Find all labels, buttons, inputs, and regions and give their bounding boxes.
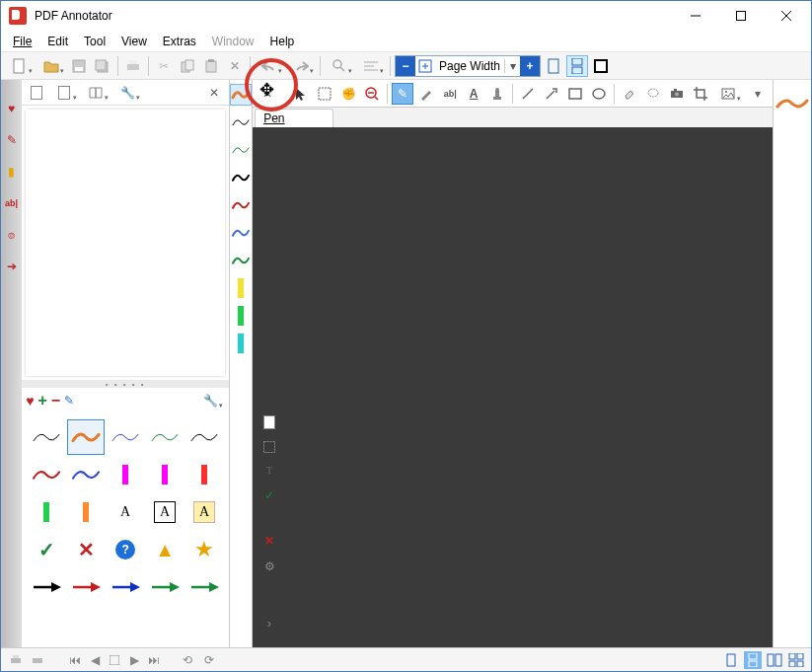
save-all-button[interactable] — [92, 55, 113, 77]
favorite-item[interactable] — [67, 419, 105, 455]
favorite-item[interactable]: ▲ — [146, 532, 184, 567]
page-new-icon[interactable] — [49, 82, 79, 104]
continuous-icon[interactable] — [566, 55, 588, 77]
favorite-item[interactable] — [28, 494, 65, 530]
minimize-button[interactable] — [673, 1, 718, 31]
favorite-item[interactable] — [185, 419, 223, 455]
print-button[interactable] — [122, 55, 144, 77]
save-button[interactable] — [68, 55, 90, 77]
zoom-out-icon[interactable]: − — [396, 56, 415, 76]
open-button[interactable] — [37, 55, 66, 77]
stop-button[interactable] — [106, 651, 123, 669]
document-canvas[interactable] — [253, 127, 773, 647]
page-preview[interactable] — [26, 110, 225, 376]
stamp-icon[interactable]: ⌾ — [3, 226, 21, 244]
favorite-item[interactable]: A — [185, 494, 223, 530]
hand-tool[interactable]: ✊ — [337, 83, 359, 105]
preset-slot[interactable] — [230, 194, 252, 216]
favorite-item[interactable] — [146, 419, 184, 455]
favorite-item[interactable]: A — [146, 494, 184, 530]
cursor-tool[interactable] — [290, 83, 312, 105]
check-icon[interactable]: ✓ — [264, 488, 274, 502]
text-t-icon[interactable]: T — [266, 465, 273, 477]
prev-page-button[interactable]: ◀ — [86, 651, 104, 669]
menu-edit[interactable]: Edit — [39, 33, 76, 50]
favorite-item[interactable] — [185, 569, 223, 605]
view-single-icon[interactable] — [722, 651, 740, 669]
preset-slot[interactable] — [230, 139, 252, 161]
last-page-button[interactable]: ⏭ — [145, 651, 163, 669]
doc-icon[interactable] — [263, 415, 275, 429]
zoom-dropdown-icon[interactable]: ▾ — [504, 59, 520, 73]
crop-tool[interactable] — [690, 83, 711, 105]
menu-tool[interactable]: Tool — [76, 33, 113, 50]
textbox-tool[interactable]: ab| — [439, 83, 461, 105]
line-tool[interactable] — [517, 83, 539, 105]
zoom-combo[interactable]: − Page Width ▾ + — [395, 55, 541, 77]
favorite-item[interactable] — [28, 569, 65, 605]
view-two-cont-icon[interactable] — [787, 651, 805, 669]
panel-close-icon[interactable]: ✕ — [257, 83, 278, 105]
favorites-settings-button[interactable]: 🔧 — [195, 390, 225, 411]
first-page-button[interactable]: ⏮ — [66, 651, 84, 669]
select-tool[interactable] — [314, 83, 335, 105]
view-continuous-icon[interactable] — [744, 651, 762, 669]
single-page-icon[interactable] — [543, 55, 564, 77]
menu-view[interactable]: View — [113, 33, 155, 50]
arrow-tool[interactable] — [541, 83, 562, 105]
edit-favorite-button[interactable]: ✎ — [64, 394, 74, 408]
new-button[interactable] — [5, 55, 35, 77]
page-icon[interactable]: ▮ — [3, 163, 21, 181]
rect-tool[interactable] — [564, 83, 586, 105]
preset-slot[interactable] — [230, 84, 252, 106]
nav-back-button[interactable]: ⟲ — [179, 651, 196, 669]
favorite-item[interactable] — [67, 494, 105, 530]
stamp-tool[interactable] — [486, 83, 508, 105]
maximize-button[interactable] — [718, 1, 764, 31]
preset-slot[interactable] — [230, 222, 252, 244]
remove-favorite-button[interactable]: − — [51, 392, 60, 410]
zoom-in-icon[interactable]: + — [520, 56, 540, 76]
add-favorite-button[interactable]: + — [37, 392, 46, 410]
favorite-item[interactable] — [146, 569, 184, 605]
zoom-out-tool[interactable] — [361, 83, 383, 105]
favorite-item[interactable] — [67, 569, 105, 605]
wrench-icon[interactable]: 🔧 — [112, 82, 142, 104]
favorite-item[interactable] — [28, 419, 65, 455]
x-icon[interactable]: ✕ — [264, 534, 274, 548]
undo-button[interactable] — [255, 55, 284, 77]
arrow-red-icon[interactable]: ➔ — [3, 258, 21, 275]
next-page-button[interactable]: ▶ — [125, 651, 143, 669]
find-button[interactable] — [325, 55, 354, 77]
cut-button[interactable]: ✂ — [153, 55, 175, 77]
lasso-tool[interactable] — [642, 83, 664, 105]
print2-icon[interactable] — [29, 651, 46, 669]
favorite-item[interactable] — [28, 457, 65, 492]
menu-window[interactable]: Window — [204, 33, 262, 50]
copy-button[interactable] — [177, 55, 198, 77]
nav-forward-button[interactable]: ⟳ — [200, 651, 218, 669]
favorite-item[interactable] — [107, 457, 144, 492]
menu-extras[interactable]: Extras — [155, 33, 204, 50]
favorite-item[interactable]: ? — [107, 532, 144, 567]
preset-slot[interactable] — [230, 333, 252, 354]
marker-tool[interactable] — [415, 83, 437, 105]
menu-help[interactable]: Help — [262, 33, 303, 50]
print-icon[interactable] — [7, 651, 25, 669]
image-tool[interactable] — [713, 83, 743, 105]
favorite-item[interactable]: ✓ — [28, 532, 65, 567]
eraser-tool[interactable] — [619, 83, 640, 105]
favorite-item[interactable]: ★ — [185, 532, 223, 567]
gear-icon[interactable]: ⚙ — [264, 560, 275, 573]
view-two-up-icon[interactable] — [766, 651, 783, 669]
delete-button[interactable]: ✕ — [224, 55, 246, 77]
favorite-item[interactable] — [146, 457, 184, 492]
preset-slot[interactable] — [230, 277, 252, 299]
align-button[interactable] — [356, 55, 386, 77]
heart-icon[interactable]: ♥ — [3, 100, 21, 117]
toolbar-dropdown-icon[interactable]: ▾ — [747, 83, 769, 105]
fullscreen-icon[interactable] — [590, 55, 612, 77]
preset-slot[interactable] — [230, 112, 252, 133]
favorite-item[interactable] — [185, 457, 223, 492]
text-ab-icon[interactable]: ab| — [3, 194, 21, 212]
